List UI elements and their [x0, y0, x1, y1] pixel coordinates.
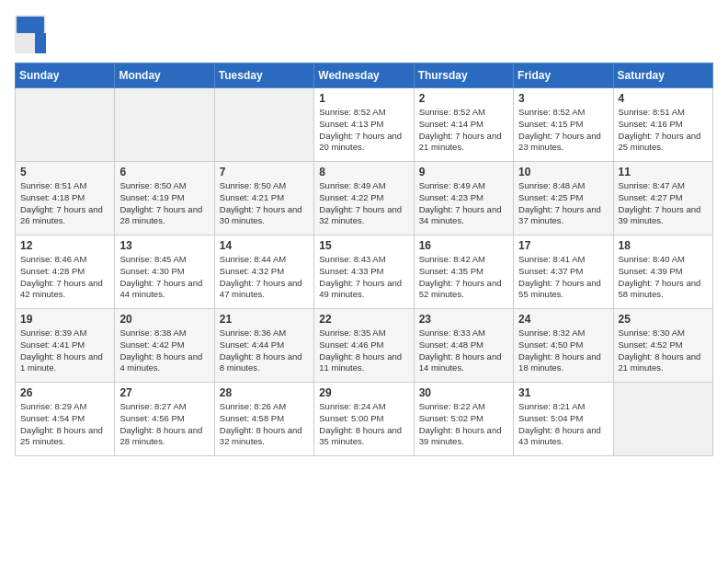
sunset: Sunset: 4:21 PM: [220, 192, 284, 202]
day-number: 23: [419, 313, 508, 326]
cell-content: Sunrise: 8:41 AM Sunset: 4:37 PM Dayligh…: [518, 254, 608, 301]
sunrise: Sunrise: 8:42 AM: [419, 254, 485, 264]
sunrise: Sunrise: 8:52 AM: [319, 107, 385, 117]
calendar-cell: [115, 88, 214, 162]
sunrise: Sunrise: 8:35 AM: [319, 327, 385, 338]
daylight: Daylight: 8 hours and 11 minutes.: [319, 351, 402, 373]
weekday-header-friday: Friday: [514, 63, 613, 88]
day-number: 16: [419, 239, 508, 252]
cell-content: Sunrise: 8:43 AM Sunset: 4:33 PM Dayligh…: [319, 254, 408, 301]
cell-content: Sunrise: 8:46 AM Sunset: 4:28 PM Dayligh…: [20, 254, 109, 301]
daylight: Daylight: 8 hours and 21 minutes.: [619, 351, 701, 373]
day-number: 8: [319, 166, 408, 178]
daylight: Daylight: 7 hours and 52 minutes.: [419, 278, 502, 300]
calendar-cell: 19 Sunrise: 8:39 AM Sunset: 4:41 PM Dayl…: [16, 309, 115, 383]
day-number: 9: [419, 166, 508, 178]
sunset: Sunset: 4:15 PM: [518, 119, 583, 129]
calendar-cell: 3 Sunrise: 8:52 AM Sunset: 4:15 PM Dayli…: [514, 88, 613, 162]
cell-content: Sunrise: 8:51 AM Sunset: 4:16 PM Dayligh…: [619, 107, 708, 154]
calendar-cell: 23 Sunrise: 8:33 AM Sunset: 4:48 PM Dayl…: [414, 309, 513, 383]
daylight: Daylight: 8 hours and 18 minutes.: [518, 351, 601, 373]
cell-content: Sunrise: 8:39 AM Sunset: 4:41 PM Dayligh…: [20, 327, 109, 374]
sunrise: Sunrise: 8:52 AM: [518, 107, 585, 117]
sunrise: Sunrise: 8:40 AM: [619, 254, 685, 264]
svg-marker-2: [35, 33, 46, 53]
cell-content: Sunrise: 8:40 AM Sunset: 4:39 PM Dayligh…: [619, 254, 708, 301]
cell-content: Sunrise: 8:48 AM Sunset: 4:25 PM Dayligh…: [518, 180, 608, 227]
sunset: Sunset: 4:25 PM: [518, 192, 583, 202]
calendar-cell: 17 Sunrise: 8:41 AM Sunset: 4:37 PM Dayl…: [514, 236, 613, 309]
day-number: 28: [220, 386, 309, 399]
calendar-cell: [214, 88, 313, 162]
sunrise: Sunrise: 8:36 AM: [220, 327, 286, 338]
sunrise: Sunrise: 8:49 AM: [319, 180, 385, 190]
day-number: 7: [220, 166, 309, 178]
cell-content: Sunrise: 8:38 AM Sunset: 4:42 PM Dayligh…: [119, 327, 209, 374]
day-number: 17: [518, 239, 608, 252]
cell-content: Sunrise: 8:35 AM Sunset: 4:46 PM Dayligh…: [319, 327, 408, 374]
calendar-week-row: 1 Sunrise: 8:52 AM Sunset: 4:13 PM Dayli…: [16, 88, 713, 162]
calendar-cell: 20 Sunrise: 8:38 AM Sunset: 4:42 PM Dayl…: [115, 309, 214, 383]
calendar-cell: 12 Sunrise: 8:46 AM Sunset: 4:28 PM Dayl…: [16, 236, 115, 309]
calendar-cell: 29 Sunrise: 8:24 AM Sunset: 5:00 PM Dayl…: [314, 383, 414, 456]
calendar-cell: 27 Sunrise: 8:27 AM Sunset: 4:56 PM Dayl…: [115, 383, 214, 456]
sunrise: Sunrise: 8:22 AM: [419, 401, 485, 411]
day-number: 27: [119, 386, 209, 399]
cell-content: Sunrise: 8:30 AM Sunset: 4:52 PM Dayligh…: [619, 327, 708, 374]
calendar-cell: 11 Sunrise: 8:47 AM Sunset: 4:27 PM Dayl…: [613, 162, 712, 236]
calendar-cell: 31 Sunrise: 8:21 AM Sunset: 5:04 PM Dayl…: [514, 383, 613, 456]
weekday-header-sunday: Sunday: [16, 63, 115, 88]
cell-content: Sunrise: 8:42 AM Sunset: 4:35 PM Dayligh…: [419, 254, 508, 301]
daylight: Daylight: 7 hours and 55 minutes.: [518, 278, 601, 300]
daylight: Daylight: 7 hours and 30 minutes.: [220, 204, 302, 226]
day-number: 29: [319, 386, 408, 399]
sunset: Sunset: 4:33 PM: [319, 266, 383, 276]
sunrise: Sunrise: 8:43 AM: [319, 254, 385, 264]
cell-content: Sunrise: 8:44 AM Sunset: 4:32 PM Dayligh…: [220, 254, 309, 301]
cell-content: Sunrise: 8:21 AM Sunset: 5:04 PM Dayligh…: [518, 401, 608, 448]
calendar-cell: 9 Sunrise: 8:49 AM Sunset: 4:23 PM Dayli…: [414, 162, 513, 236]
sunset: Sunset: 4:16 PM: [619, 119, 683, 129]
daylight: Daylight: 7 hours and 37 minutes.: [518, 204, 601, 226]
day-number: 31: [518, 386, 608, 399]
daylight: Daylight: 8 hours and 8 minutes.: [220, 351, 302, 373]
sunrise: Sunrise: 8:33 AM: [419, 327, 485, 338]
cell-content: Sunrise: 8:36 AM Sunset: 4:44 PM Dayligh…: [220, 327, 309, 374]
calendar-cell: 2 Sunrise: 8:52 AM Sunset: 4:14 PM Dayli…: [414, 88, 513, 162]
sunrise: Sunrise: 8:30 AM: [619, 327, 685, 338]
calendar-week-row: 12 Sunrise: 8:46 AM Sunset: 4:28 PM Dayl…: [16, 236, 713, 309]
weekday-header-tuesday: Tuesday: [214, 63, 313, 88]
daylight: Daylight: 7 hours and 20 minutes.: [319, 131, 402, 153]
daylight: Daylight: 7 hours and 34 minutes.: [419, 204, 502, 226]
sunset: Sunset: 4:42 PM: [119, 339, 184, 350]
daylight: Daylight: 8 hours and 32 minutes.: [220, 425, 302, 447]
sunset: Sunset: 4:18 PM: [20, 192, 85, 202]
day-number: 5: [20, 166, 109, 178]
sunset: Sunset: 4:27 PM: [619, 192, 683, 202]
page-header: [15, 15, 713, 55]
sunset: Sunset: 4:19 PM: [119, 192, 184, 202]
day-number: 6: [119, 166, 209, 178]
calendar-week-row: 26 Sunrise: 8:29 AM Sunset: 4:54 PM Dayl…: [16, 383, 713, 456]
daylight: Daylight: 7 hours and 49 minutes.: [319, 278, 402, 300]
sunrise: Sunrise: 8:38 AM: [119, 327, 186, 338]
sunrise: Sunrise: 8:51 AM: [20, 180, 86, 190]
sunrise: Sunrise: 8:50 AM: [220, 180, 286, 190]
day-number: 14: [220, 239, 309, 252]
sunset: Sunset: 5:04 PM: [518, 413, 583, 423]
calendar-cell: 26 Sunrise: 8:29 AM Sunset: 4:54 PM Dayl…: [16, 383, 115, 456]
sunset: Sunset: 4:56 PM: [119, 413, 184, 423]
weekday-header-thursday: Thursday: [414, 63, 513, 88]
day-number: 20: [119, 313, 209, 326]
sunset: Sunset: 4:50 PM: [518, 339, 583, 350]
cell-content: Sunrise: 8:29 AM Sunset: 4:54 PM Dayligh…: [20, 401, 109, 448]
daylight: Daylight: 7 hours and 32 minutes.: [319, 204, 402, 226]
sunset: Sunset: 4:28 PM: [20, 266, 85, 276]
daylight: Daylight: 7 hours and 25 minutes.: [619, 131, 701, 153]
calendar-cell: 18 Sunrise: 8:40 AM Sunset: 4:39 PM Dayl…: [613, 236, 712, 309]
sunrise: Sunrise: 8:48 AM: [518, 180, 585, 190]
sunset: Sunset: 4:48 PM: [419, 339, 483, 350]
cell-content: Sunrise: 8:27 AM Sunset: 4:56 PM Dayligh…: [119, 401, 209, 448]
day-number: 30: [419, 386, 508, 399]
cell-content: Sunrise: 8:26 AM Sunset: 4:58 PM Dayligh…: [220, 401, 309, 448]
